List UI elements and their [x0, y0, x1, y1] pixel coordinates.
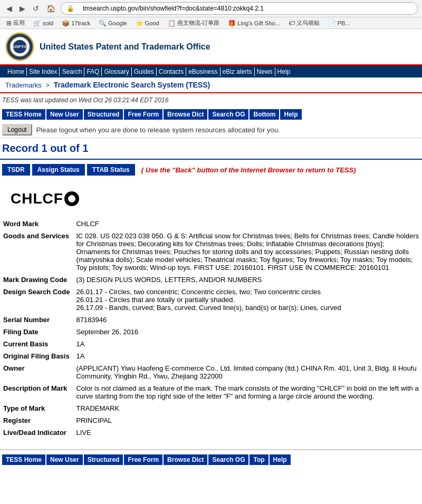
bottom-help-button[interactable]: Help [270, 454, 291, 465]
back-instruction: ( Use the "Back" button of the Internet … [141, 166, 356, 174]
yanwen-icon: 📋 [168, 20, 176, 27]
url-bar[interactable] [78, 4, 412, 13]
value-current-basis: 1A [73, 338, 422, 350]
structured-button[interactable]: Structured [84, 109, 123, 120]
trademark-data-table: Word Mark CHLCF Goods and Services IC 02… [0, 218, 422, 439]
assign-status-button[interactable]: Assign Status [32, 164, 85, 176]
bookmark-lings-label: Ling's Gift Sho... [237, 20, 280, 26]
nav-site-index[interactable]: Site Index [27, 67, 60, 76]
value-filing-date: September 26, 2016 [73, 326, 422, 338]
nav-help[interactable]: Help [275, 67, 293, 76]
bookmark-yiwu-label: 义乌墙贴 [296, 19, 320, 27]
mark-display: CHLCF [0, 180, 422, 212]
bookmark-google[interactable]: 🔍 Google [97, 18, 129, 27]
label-goods-services: Goods and Services [0, 230, 73, 274]
bottom-top-button[interactable]: Top [250, 454, 268, 465]
table-row-owner: Owner (APPLICANT) Yiwu Haofeng E-commerc… [0, 362, 422, 382]
17track-icon: 📦 [62, 20, 70, 27]
table-row-design-search-code: Design Search Code 26.01.17 - Circles, t… [0, 286, 422, 314]
value-goods-services: IC 028. US 022 023 038 050. G & S: Artif… [73, 230, 422, 274]
nav-glossary[interactable]: Glossary [102, 67, 131, 76]
label-word-mark: Word Mark [0, 218, 73, 230]
breadcrumb-trademarks[interactable]: Trademarks [5, 81, 42, 89]
label-live-dead: Live/Dead Indicator [0, 427, 73, 439]
bookmark-sold-label: sold [43, 20, 53, 26]
new-user-button[interactable]: New User [46, 109, 83, 120]
value-serial-number: 87183946 [73, 314, 422, 326]
tess-home-button[interactable]: TESS Home [2, 109, 45, 120]
free-form-button[interactable]: Free Form [124, 109, 162, 120]
bookmark-yanwen[interactable]: 📋 燕文物流-订单跟 [166, 18, 222, 27]
top-nav-buttons: TESS Home New User Structured Free Form … [0, 107, 422, 122]
nav-faq[interactable]: FAQ [84, 67, 102, 76]
label-register: Register [0, 414, 73, 427]
bookmark-sold[interactable]: 🛒 sold [31, 18, 55, 27]
bottom-browse-dict-button[interactable]: Browse Dict [164, 454, 207, 465]
value-original-filing-basis: 1A [73, 350, 422, 362]
bookmark-pb-label: PB... [338, 20, 350, 26]
nav-guides[interactable]: Guides [132, 67, 157, 76]
label-owner: Owner [0, 362, 73, 382]
help-button[interactable]: Help [280, 109, 301, 120]
breadcrumb-separator: > [46, 81, 50, 89]
table-row-drawing-code: Mark Drawing Code (3) DESIGN PLUS WORDS,… [0, 274, 422, 286]
bottom-search-og-button[interactable]: Search OG [208, 454, 248, 465]
yiwu-icon: 🏷 [289, 20, 295, 27]
label-drawing-code: Mark Drawing Code [0, 274, 73, 286]
refresh-button[interactable]: ↺ [31, 3, 41, 14]
value-type-of-mark: TRADEMARK [73, 402, 422, 414]
bookmark-yiwu[interactable]: 🏷 义乌墙贴 [286, 18, 322, 27]
bookmark-google-label: Google [108, 20, 127, 26]
value-description: Color is not claimed as a feature of the… [73, 382, 422, 402]
bottom-new-user-button[interactable]: New User [46, 454, 83, 465]
pb-icon: 📄 [328, 20, 336, 27]
nav-news[interactable]: News [255, 67, 275, 76]
uspto-nav-links: Home Site Index Search FAQ Glossary Guid… [0, 66, 422, 77]
bottom-nav-buttons: TESS Home New User Structured Free Form … [0, 449, 422, 469]
home-button[interactable]: 🏠 [44, 3, 57, 14]
design-code-line1: 26.01.17 - Circles, two concentric; Conc… [76, 288, 321, 296]
bottom-tess-home-button[interactable]: TESS Home [2, 454, 45, 465]
bookmark-17track[interactable]: 📦 17track [60, 18, 92, 27]
ttab-status-button[interactable]: TTAB Status [87, 164, 135, 176]
bookmark-apps[interactable]: ⊞ 应用 [4, 18, 27, 27]
breadcrumb: Trademarks > Trademark Electronic Search… [0, 77, 422, 93]
table-row-original-filing-basis: Original Filing Basis 1A [0, 350, 422, 362]
nav-home[interactable]: Home [5, 67, 27, 76]
label-type-of-mark: Type of Mark [0, 402, 73, 414]
browse-dict-button[interactable]: Browse Dict [164, 109, 207, 120]
forward-button[interactable]: ▶ [17, 3, 27, 14]
value-owner: (APPLICANT) Yiwu Haofeng E-commerce Co.,… [73, 362, 422, 382]
logout-button[interactable]: Logout [2, 124, 32, 135]
table-row-live-dead: Live/Dead Indicator LIVE [0, 427, 422, 439]
bookmark-pb[interactable]: 📄 PB... [326, 18, 352, 27]
nav-search[interactable]: Search [60, 67, 84, 76]
breadcrumb-current: Trademark Electronic Search System (TESS… [54, 81, 210, 89]
apps-icon: ⊞ [6, 20, 12, 27]
nav-ebusiness[interactable]: eBusiness [186, 67, 220, 76]
status-text: TESS was last updated on Wed Oct 26 03:2… [2, 96, 168, 104]
uspto-seal: USPTO [5, 32, 34, 61]
bottom-button[interactable]: Bottom [250, 109, 279, 120]
table-row-serial-number: Serial Number 87183946 [0, 314, 422, 326]
action-buttons: TSDR Assign Status TTAB Status ( Use the… [0, 160, 422, 180]
back-button[interactable]: ◀ [4, 3, 14, 14]
lock-icon: 🔒 [66, 5, 74, 12]
uspto-header: USPTO United States Patent and Trademark… [0, 29, 422, 66]
bottom-structured-button[interactable]: Structured [84, 454, 123, 465]
search-og-button[interactable]: Search OG [208, 109, 248, 120]
svg-text:USPTO: USPTO [13, 44, 26, 49]
bookmark-lings[interactable]: 🎁 Ling's Gift Sho... [226, 18, 282, 27]
nav-contacts[interactable]: Contacts [157, 67, 186, 76]
status-line: TESS was last updated on Wed Oct 26 03:2… [0, 93, 422, 107]
label-design-search-code: Design Search Code [0, 286, 73, 314]
logout-area: Logout Please logout when you are done t… [0, 122, 422, 138]
value-word-mark: CHLCF [73, 218, 422, 230]
tsdr-button[interactable]: TSDR [2, 164, 30, 176]
bottom-free-form-button[interactable]: Free Form [124, 454, 162, 465]
table-row-current-basis: Current Basis 1A [0, 338, 422, 350]
table-row-type-of-mark: Type of Mark TRADEMARK [0, 402, 422, 414]
nav-ebiz-alerts[interactable]: eBiz alerts [220, 67, 255, 76]
bookmark-good[interactable]: ⭐ Good [133, 18, 161, 27]
label-current-basis: Current Basis [0, 338, 73, 350]
